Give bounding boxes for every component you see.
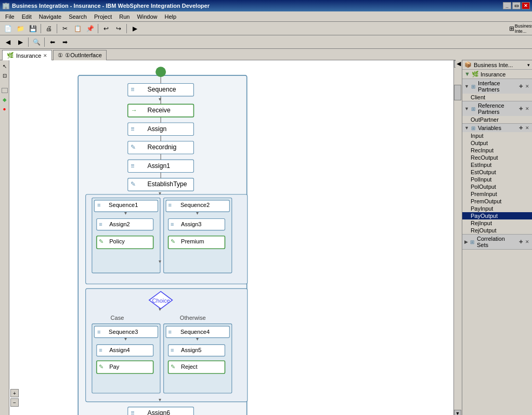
cursor-tool[interactable]: ↖ <box>1 62 8 70</box>
variables-header[interactable]: ▼ ⊞ Variables ✚ ✕ <box>462 124 532 132</box>
svg-text:≡: ≡ <box>171 221 174 227</box>
correlation-sets-remove[interactable]: ✕ <box>525 239 530 244</box>
variables-remove[interactable]: ✕ <box>525 125 530 131</box>
zoom-out-button[interactable]: − <box>10 398 19 407</box>
variables-actions: ✚ ✕ <box>518 125 530 131</box>
svg-text:Premium: Premium <box>181 238 204 244</box>
reference-partners-header[interactable]: ▼ ⊞ Reference Partners ✚ ✕ <box>462 101 532 116</box>
titlebar: 🏢 Business Integration - Insurance - IBM… <box>0 0 532 11</box>
reference-partners-icon: ⊞ <box>471 106 475 112</box>
outpartner-item[interactable]: OutPartner <box>462 116 532 123</box>
undo-button[interactable]: ↩ <box>100 23 112 34</box>
polinput-item[interactable]: PolInput <box>462 176 532 183</box>
menu-window[interactable]: Window <box>134 13 160 20</box>
poloutput-item[interactable]: PolOutput <box>462 183 532 190</box>
nav-back[interactable]: ⬅ <box>47 36 58 48</box>
svg-text:≡: ≡ <box>99 347 102 353</box>
separator-5 <box>28 37 29 47</box>
svg-text:✎: ✎ <box>131 144 136 151</box>
draw-rect[interactable] <box>2 88 8 93</box>
rejinput-item[interactable]: RejInput <box>462 219 532 227</box>
menu-file[interactable]: File <box>2 13 18 20</box>
premoutput-item[interactable]: PremOutput <box>462 198 532 205</box>
zoom-fit[interactable]: ⊡ <box>1 72 8 79</box>
svg-text:▾: ▾ <box>196 210 199 216</box>
print-button[interactable]: 🖨 <box>43 23 55 34</box>
svg-text:Assign3: Assign3 <box>181 221 202 227</box>
estoutput-item[interactable]: EstOutput <box>462 168 532 176</box>
svg-text:Pay: Pay <box>109 364 120 370</box>
svg-text:Sequence4: Sequence4 <box>180 329 210 335</box>
paste-button[interactable]: 📌 <box>84 23 96 34</box>
search-toolbar-button[interactable]: 🔍 <box>31 36 42 48</box>
correlation-sets-add[interactable]: ✚ <box>518 239 524 244</box>
interface-partners-remove[interactable]: ✕ <box>525 84 530 89</box>
scrollbar-track[interactable] <box>454 68 462 410</box>
payoutput-item[interactable]: PayOutput <box>462 212 532 219</box>
preminput-item[interactable]: PremInput <box>462 190 532 198</box>
correlation-sets-actions: ✚ ✕ <box>518 239 530 244</box>
correlation-sets-header[interactable]: ▶ ⊞ Correlation Sets ✚ ✕ <box>462 235 532 249</box>
minimize-button[interactable]: _ <box>503 2 511 9</box>
canvas-scrollbar[interactable]: ▲ ▼ <box>453 60 462 415</box>
variables-add[interactable]: ✚ <box>518 125 524 131</box>
svg-text:▾: ▾ <box>159 397 161 403</box>
save-button[interactable]: 💾 <box>27 23 38 34</box>
reference-partners-remove[interactable]: ✕ <box>525 106 530 111</box>
output-item[interactable]: Output <box>462 139 532 147</box>
new-button[interactable]: 📄 <box>2 23 14 34</box>
draw-diamond[interactable]: ◆ <box>1 96 8 103</box>
interface-partners-add[interactable]: ✚ <box>518 84 524 89</box>
nav-forward[interactable]: ➡ <box>59 36 71 48</box>
client-item[interactable]: Client <box>462 94 532 101</box>
input-item[interactable]: Input <box>462 132 532 139</box>
draw-circle[interactable]: ● <box>1 105 8 112</box>
close-button[interactable]: ✕ <box>522 2 530 9</box>
right-panel-options[interactable]: ▾ <box>527 62 530 68</box>
correlation-sets-expand-icon: ▶ <box>464 239 468 244</box>
scrollbar-thumb[interactable] <box>454 85 461 100</box>
tab-insurance-close[interactable]: ✕ <box>43 53 47 58</box>
insurance-tree-item[interactable]: ▼ 🌿 Insurance <box>462 70 532 79</box>
svg-text:Otherwise: Otherwise <box>180 315 206 321</box>
svg-text:▾: ▾ <box>196 336 199 342</box>
recoutput-item[interactable]: RecOutput <box>462 154 532 161</box>
interface-partners-label: Interface Partners <box>478 80 517 93</box>
redo-button[interactable]: ↪ <box>113 23 124 34</box>
interface-partners-expand-icon: ▼ <box>464 84 469 89</box>
open-button[interactable]: 📁 <box>15 23 26 34</box>
business-inte-panel[interactable]: Business Inte... <box>518 23 530 34</box>
payinput-item[interactable]: PayInput <box>462 205 532 212</box>
forward-button[interactable]: ▶ <box>15 36 26 48</box>
back-button[interactable]: ◀ <box>2 36 14 48</box>
menu-search[interactable]: Search <box>66 13 90 20</box>
separator-1 <box>41 24 41 33</box>
variables-expand-icon: ▼ <box>464 125 469 131</box>
restore-button[interactable]: ▭ <box>512 2 521 9</box>
reference-partners-add[interactable]: ✚ <box>518 106 524 111</box>
svg-text:Choice: Choice <box>152 297 170 304</box>
scroll-down-button[interactable]: ▼ <box>454 410 461 415</box>
menu-navigate[interactable]: Navigate <box>36 13 64 20</box>
svg-text:▾: ▾ <box>124 336 127 342</box>
run-button[interactable]: ▶ <box>129 23 140 34</box>
estinput-item[interactable]: EstInput <box>462 161 532 168</box>
copy-button[interactable]: 📋 <box>72 23 83 34</box>
reference-partners-label: Reference Partners <box>478 102 517 115</box>
tab-outinterface[interactable]: ① ①OutInterface <box>53 50 107 60</box>
menu-project[interactable]: Project <box>91 13 115 20</box>
svg-text:Receive: Receive <box>148 107 171 114</box>
menu-edit[interactable]: Edit <box>19 13 35 20</box>
svg-text:✎: ✎ <box>99 364 103 370</box>
svg-text:✎: ✎ <box>171 238 175 244</box>
recinput-item[interactable]: RecInput <box>462 147 532 154</box>
canvas-area[interactable]: Sequence ≡ ▾ Receive → Assign ≡ Recordni… <box>9 60 453 415</box>
zoom-in-button[interactable]: + <box>10 389 19 397</box>
menu-help[interactable]: Help <box>162 13 180 20</box>
rejoutput-item[interactable]: RejOutput <box>462 227 532 234</box>
tab-insurance[interactable]: 🌿 Insurance ✕ <box>2 50 52 60</box>
cut-button[interactable]: ✂ <box>59 23 71 34</box>
menu-run[interactable]: Run <box>116 13 133 20</box>
tab-insurance-icon: 🌿 <box>7 52 14 59</box>
interface-partners-header[interactable]: ▼ ⊞ Interface Partners ✚ ✕ <box>462 79 532 94</box>
